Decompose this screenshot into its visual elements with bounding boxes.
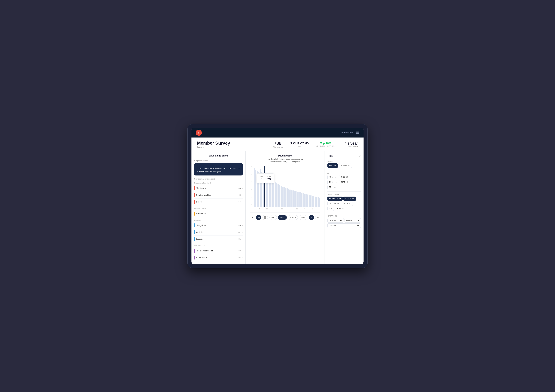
needs-attention-label: Needs immediate attention (194, 182, 243, 184)
svg-rect-4 (265, 216, 266, 217)
bar-13 (271, 166, 273, 207)
day-button[interactable]: DAY (270, 215, 277, 220)
handicap-label: Handicap index (328, 193, 361, 195)
score-bar-blue (194, 237, 195, 241)
score-item-golf-shop[interactable]: The golf shop 80 › (194, 222, 243, 229)
month-button[interactable]: MONTH (288, 215, 298, 220)
rank-stat: 8 out of 45 Rank (290, 141, 309, 148)
bar-44 (318, 166, 319, 207)
app-logo[interactable]: p (196, 130, 202, 136)
nps-quote-icon: " (197, 166, 198, 170)
bar-8 (264, 166, 265, 207)
bar-16 (276, 166, 277, 207)
navbar-right: Players 1st Club ▾ (341, 132, 359, 134)
filter-18-30[interactable]: 18-30 60 (328, 175, 338, 179)
score-item-the-course[interactable]: The Course 63 › (194, 185, 243, 192)
device-frame: p Players 1st Club ▾ Member Survey Surve (187, 124, 368, 268)
navbar: p Players 1st Club ▾ (191, 128, 364, 137)
bar-40 (312, 166, 313, 207)
bar-15 (275, 166, 276, 207)
line-chart-button[interactable] (250, 215, 255, 220)
club-selector[interactable]: Players 1st Club ▾ (341, 132, 353, 134)
bars-container (254, 166, 320, 207)
svg-rect-6 (265, 218, 266, 218)
filter-woman[interactable]: WOMAN 69 (339, 164, 352, 168)
main-content: Evaluations points Net promoter score " … (191, 151, 364, 264)
score-item-club-general[interactable]: The club in general 88 › (194, 247, 243, 254)
header-stats: 738 Total answers 8 out of 45 Rank Top 1… (273, 141, 358, 148)
filter-detractor[interactable]: Detractor -100 (328, 218, 344, 223)
tooltip-rank: Rank 8 (260, 176, 263, 181)
service-label: Service areas & touch points (194, 178, 243, 180)
chevron-icon: › (242, 213, 243, 215)
time-period-stat: This year Time period ▾ (342, 141, 358, 148)
chevron-icon: › (242, 187, 243, 189)
page-title: Member Survey (197, 141, 230, 146)
filter-below-10[interactable]: BELOW 10 70 (328, 197, 343, 201)
filter-25-36[interactable]: 25-36 40 (342, 202, 353, 206)
score-item-atmosphere[interactable]: Atmosphere 92 › (194, 254, 243, 261)
hamburger-menu[interactable] (356, 132, 359, 134)
percent-button[interactable]: % (315, 215, 320, 220)
bar-chart-button[interactable] (256, 215, 261, 220)
evaluations-title: Evaluations points (194, 155, 243, 157)
bar-9 (266, 166, 267, 207)
filter-title: Filter (328, 155, 333, 157)
svg-rect-5 (264, 218, 265, 218)
bar-32 (300, 166, 301, 207)
week-button[interactable]: WEEK (278, 215, 287, 220)
header-subtitle[interactable]: Survey ▾ (197, 146, 230, 148)
bar-24 (288, 166, 289, 207)
score-item-prices[interactable]: Prices 67 › (194, 199, 243, 205)
top-pct-stat: Top 18% Vs. National benchmark ▾ (316, 142, 335, 147)
chevron-icon: › (242, 201, 243, 203)
chevron-icon: › (242, 194, 243, 196)
score-item-lessons[interactable]: Lessons 81 › (194, 236, 243, 242)
benchmark-label[interactable]: Vs. National benchmark ▾ (316, 145, 335, 147)
reset-filter-button[interactable]: ↺ (359, 155, 361, 158)
handicap-options-row1: BELOW 10 70 10-18.5 65 (328, 197, 361, 201)
age-filter: Age 18-30 60 31-50 25 51-65 48 (328, 172, 361, 189)
filter-31-50[interactable]: 31-50 25 (339, 175, 350, 179)
bar-12 (270, 166, 271, 207)
bar-28 (294, 166, 295, 207)
bar-25 (289, 166, 291, 207)
filter-51-65[interactable]: 51-65 48 (328, 180, 338, 184)
time-period-label[interactable]: Time period ▾ (342, 146, 358, 148)
score-item-club-life[interactable]: Club life 81 › (194, 229, 243, 236)
filter-passive[interactable]: Passive 0 (344, 218, 361, 223)
year-button[interactable]: YEAR (299, 215, 307, 220)
filter-37plus[interactable]: 37+ (328, 207, 334, 211)
value-type-buttons: # % (309, 215, 320, 220)
filter-10-18[interactable]: 10-18.5 65 (343, 197, 356, 201)
nps-card[interactable]: " How likely is it that you would recomm… (194, 163, 243, 176)
score-item-restaurant[interactable]: Restaurant 71 › (194, 210, 243, 217)
grid-chart-button[interactable] (263, 215, 268, 220)
filter-75plus[interactable]: 75 + 33 (328, 185, 337, 189)
filter-men[interactable]: MEN 76 (328, 164, 338, 168)
gender-label: Gender (328, 160, 361, 162)
score-item-practise[interactable]: Practise facitlities 66 › (194, 192, 243, 199)
hash-button[interactable]: # (309, 215, 314, 220)
total-answers-value: 738 (273, 141, 283, 146)
bar-37 (307, 166, 308, 207)
score-bar-orange (194, 212, 195, 215)
bar-29 (295, 166, 297, 207)
nps-types-label: NPS TYPES (328, 215, 361, 217)
x-axis: 151015202530354045 (254, 208, 320, 210)
filter-promoter[interactable]: Promoter 100 (328, 223, 361, 228)
svg-rect-2 (259, 217, 260, 218)
total-answers-label: Total answers (273, 146, 283, 148)
bar-4 (258, 166, 259, 207)
filter-66-75[interactable]: 66-75 43 (339, 180, 350, 184)
y-axis: 100 80 60 40 20 0 (250, 166, 252, 210)
filter-18-24[interactable]: 18.5-24.9 50 (328, 202, 341, 206)
bar-18 (279, 166, 280, 207)
bar-23 (286, 166, 288, 207)
filter-none[interactable]: NONE 63 (335, 207, 346, 211)
divider (328, 213, 361, 213)
bar-39 (310, 166, 312, 207)
in-balance-label: In balance (194, 219, 243, 221)
bar-26 (291, 166, 292, 207)
bar-41 (313, 166, 314, 207)
